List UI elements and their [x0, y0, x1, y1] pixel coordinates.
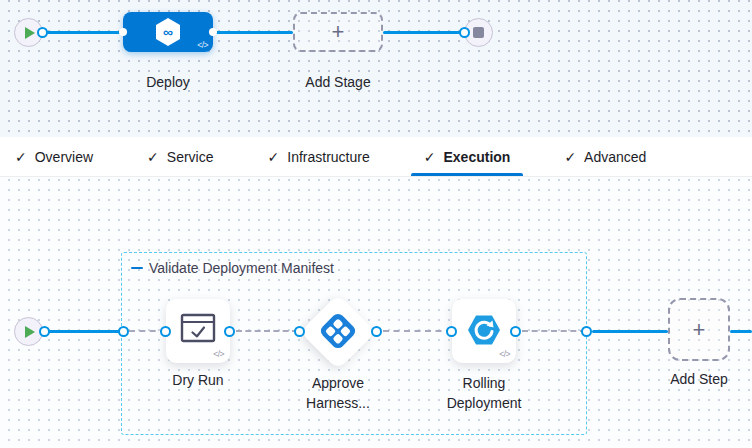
edge-group-to-addstep — [592, 330, 668, 333]
stage-node-deploy[interactable]: ∞ </> — [123, 12, 213, 52]
edge-addstep-out — [730, 330, 752, 333]
tab-service[interactable]: ✓ Service — [134, 137, 226, 176]
dry-run-icon — [180, 313, 216, 345]
edge-deploy-to-addstage — [213, 31, 293, 34]
edge-start-to-group — [44, 330, 122, 333]
code-toggle-icon: </> — [197, 40, 208, 50]
step-label-dry-run: Dry Run — [138, 370, 258, 390]
add-stage-label: Add Stage — [293, 72, 383, 92]
tab-overview[interactable]: ✓ Overview — [2, 137, 106, 176]
execution-canvas[interactable]: Validate Deployment Manifest </> Dry Run — [0, 177, 752, 448]
play-icon — [25, 27, 35, 39]
harness-pipeline-icon: ∞ — [154, 17, 182, 47]
svg-text:∞: ∞ — [163, 24, 173, 40]
group-exit-port[interactable] — [581, 326, 592, 337]
execution-start-port[interactable] — [39, 326, 50, 337]
add-step-label: Add Step — [649, 369, 749, 389]
pipeline-studio: ∞ </> Deploy + Add Stage ✓ Overview ✓ Se… — [0, 0, 752, 448]
active-tab-indicator — [411, 173, 524, 176]
deploy-left-port — [119, 28, 127, 36]
rolling-deployment-icon — [466, 312, 502, 348]
check-icon: ✓ — [15, 150, 27, 164]
deploy-right-port — [209, 28, 217, 36]
step-node-dry-run[interactable]: </> — [166, 299, 230, 363]
collapse-group-icon[interactable] — [131, 267, 143, 270]
step-label-approve: Approve Harness... — [293, 373, 383, 413]
stop-icon — [473, 27, 484, 38]
step-label-rolling-deployment: Rolling Deployment — [429, 373, 539, 413]
code-toggle-icon: </> — [499, 349, 510, 359]
stage-canvas[interactable]: ∞ </> Deploy + Add Stage — [0, 0, 752, 137]
step-node-rolling-deployment[interactable]: </> — [452, 299, 516, 363]
start-connector-port[interactable] — [37, 27, 48, 38]
group-entry-port[interactable] — [118, 326, 129, 337]
dryrun-left-port[interactable] — [160, 326, 171, 337]
play-icon — [25, 326, 35, 338]
dryrun-right-port[interactable] — [224, 326, 235, 337]
code-toggle-icon: </> — [213, 349, 224, 359]
check-icon: ✓ — [268, 150, 280, 164]
plus-icon: + — [693, 319, 706, 341]
plus-icon: + — [332, 21, 345, 43]
approve-left-port[interactable] — [294, 326, 305, 337]
approve-right-port[interactable] — [371, 326, 382, 337]
end-connector-port[interactable] — [459, 27, 470, 38]
edge-addstage-to-end — [383, 31, 464, 34]
stage-label-deploy: Deploy — [123, 72, 213, 92]
stage-config-tabbar: ✓ Overview ✓ Service ✓ Infrastructure ✓ … — [0, 137, 752, 177]
tab-execution[interactable]: ✓ Execution — [411, 137, 524, 176]
step-group-title: Validate Deployment Manifest — [149, 260, 334, 276]
check-icon: ✓ — [147, 150, 159, 164]
check-icon: ✓ — [424, 150, 436, 164]
edge-start-to-deploy — [42, 31, 125, 34]
harness-approval-icon — [318, 311, 358, 351]
tab-advanced[interactable]: ✓ Advanced — [551, 137, 659, 176]
check-icon: ✓ — [564, 150, 576, 164]
add-stage-button[interactable]: + — [293, 12, 383, 52]
step-group-header[interactable]: Validate Deployment Manifest — [131, 260, 334, 276]
tab-infrastructure[interactable]: ✓ Infrastructure — [255, 137, 383, 176]
rolling-right-port[interactable] — [510, 326, 521, 337]
add-step-button[interactable]: + — [668, 298, 730, 361]
rolling-left-port[interactable] — [446, 326, 457, 337]
